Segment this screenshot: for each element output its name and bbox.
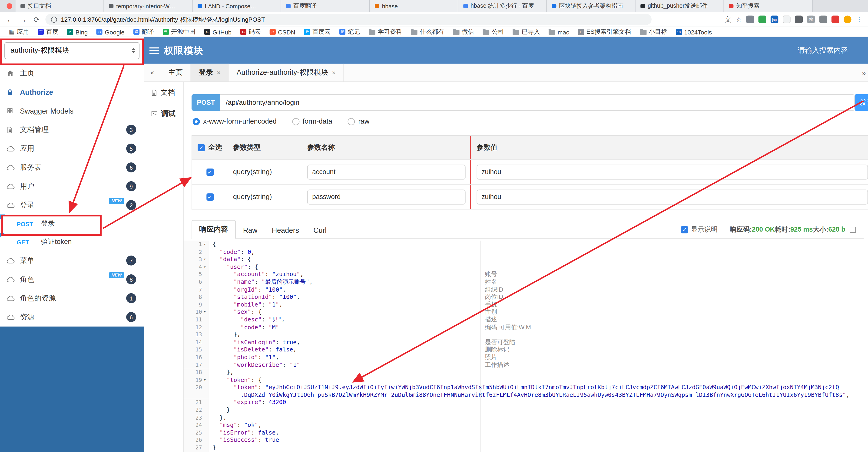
content-type-radio[interactable]: raw [348,117,369,125]
fold-caret-icon[interactable]: ▾ [202,256,208,263]
doc-nav-document[interactable]: 文档 [144,82,183,103]
bookmark-item[interactable]: 云百度云 [300,28,335,36]
bookmark-item[interactable]: 学习资料 [365,28,407,36]
sidebar-endpoint-get[interactable]: GET验证token [0,233,144,251]
translate-icon[interactable]: 文 [725,15,732,24]
bookmark-item[interactable]: 记笔记 [335,28,365,36]
fold-caret-icon[interactable]: ▾ [202,241,208,248]
bookmark-item[interactable]: 什么都有 [407,28,448,36]
bookmark-item[interactable]: EES搜索引擎文档 [574,28,635,36]
doc-nav-debug[interactable]: 调试 [144,103,183,124]
avatar[interactable] [844,16,851,23]
param-checkbox[interactable]: ✓ [206,193,213,200]
shield-extension-icon[interactable] [795,16,803,23]
sidebar-item[interactable]: 资源6 [0,308,144,327]
hamburger-icon[interactable] [150,47,159,57]
reload-icon[interactable]: ⟳ [32,15,41,24]
module-select[interactable]: authority-权限模块 [4,42,140,59]
bookmark-item[interactable]: 公司 [478,28,508,36]
bookmark-item[interactable]: 百百度 [33,28,63,36]
sidebar-item[interactable]: 文档管理3 [0,120,144,139]
bookmark-item[interactable]: 微信 [448,28,478,36]
bookmark-item[interactable]: 开开源中国 [158,28,200,36]
bookmark-item[interactable]: G码云 [236,28,265,36]
send-button[interactable]: 发送 [855,94,868,111]
param-name-input[interactable]: account [307,164,466,179]
response-tab-headers[interactable]: Headers [265,222,306,238]
line-number: 12 [191,323,202,331]
sitetool-extension-icon[interactable]: 站 [807,16,815,23]
close-tab-icon[interactable]: × [217,69,221,76]
red-extension-icon[interactable] [832,16,839,23]
kebab-menu-icon[interactable]: ⋮ [856,16,863,23]
tab-title: 接口文档 [28,2,51,10]
browser-tab[interactable]: hbase 统计多少行 - 百度 [458,0,547,12]
bookmark-item[interactable]: ▦应用 [4,28,33,36]
bookmark-star-icon[interactable]: ☆ [736,16,742,23]
sidebar-endpoint-post[interactable]: POST登录 [0,215,144,233]
bookmark-item[interactable]: 小目标 [635,28,671,36]
content-type-radio[interactable]: x-www-form-urlencoded [193,117,277,125]
sidebar-item[interactable]: 应用5 [0,139,144,158]
jsp-extension-icon[interactable]: jsp [771,16,778,23]
sidebar-item[interactable]: 用户9 [0,177,144,196]
bookmark-item[interactable]: GGoogle [92,29,129,35]
bookmark-item[interactable]: 101024Tools [671,29,716,35]
sidebar-item[interactable]: Authorize [0,83,144,102]
bookmark-item[interactable]: mac [545,29,574,35]
content-tab-label: Authorize-authority-权限模块 [237,68,328,78]
sidebar-item[interactable]: Swagger Models [0,102,144,120]
sidebar-item[interactable]: 服务表6 [0,158,144,177]
chrome-extension-icon[interactable] [758,16,766,23]
browser-tab[interactable]: temporary-interior-W… [104,0,193,12]
browser-tab[interactable]: 区块链接入参考架构指南 [547,0,636,12]
param-name-input[interactable]: password [307,189,466,204]
fold-caret-icon[interactable]: ▾ [202,263,208,271]
browser-tab[interactable]: hbase [370,0,458,12]
bookmark-item[interactable]: 已导入 [508,28,545,36]
bookmark-item[interactable]: 译翻译 [129,28,158,36]
select-all-checkbox[interactable]: ✓ [197,144,205,151]
content-type-radio[interactable]: form-data [292,117,333,125]
bookmark-item[interactable]: bBing [63,29,92,35]
search-input[interactable]: 请输入搜索内容 [798,37,848,64]
content-tab[interactable]: 登录× [191,64,229,82]
content-tab[interactable]: Authorize-authority-权限模块× [229,64,344,82]
fold-caret-icon[interactable]: ▾ [202,308,208,316]
bookmark-item[interactable]: GGitHub [200,29,236,35]
browser-tab[interactable]: 接口文档 [16,0,104,12]
param-checkbox[interactable]: ✓ [206,168,213,175]
address-bar[interactable]: i 127.0.0.1:8760/api/gate/doc.html#/auth… [45,14,652,25]
tabs-scroll-left-icon[interactable]: « [144,69,160,76]
line-number: 25 [191,429,202,436]
sidebar-item[interactable]: 角色NEW8 [0,270,144,289]
browser-tab[interactable]: github_pusher发送邮件 [636,0,724,12]
sidebar-item[interactable]: 主页 [0,64,144,83]
fold-caret-icon[interactable]: ▾ [202,376,208,384]
bookmark-item[interactable]: CCSDN [265,29,300,35]
tabs-scroll-right-icon[interactable]: » [862,64,866,82]
show-description-checkbox[interactable]: ✓ [681,226,688,233]
fullscreen-icon[interactable] [849,227,856,233]
sidebar-item[interactable]: 登录NEW2 [0,196,144,215]
sidebar-item[interactable]: 角色的资源1 [0,289,144,308]
forward-icon[interactable]: → [19,15,28,24]
close-tab-icon[interactable]: × [332,69,336,76]
browser-tab[interactable]: LAND - Compose… [193,0,281,12]
response-tab-raw[interactable]: Raw [236,222,265,238]
circle-extension-icon[interactable] [783,16,790,23]
browser-tab[interactable]: 知乎搜索 [724,0,813,12]
content-tab[interactable]: 主页 [161,64,191,82]
param-value-input[interactable]: zuihou [476,164,868,179]
param-value-input[interactable]: zuihou [476,189,868,204]
camera-extension-icon[interactable] [746,16,754,23]
window-close-button[interactable] [7,3,12,9]
browser-tab[interactable]: 百度翻译 [281,0,370,12]
sidebar-item[interactable]: 菜单7 [0,251,144,270]
response-tab-[interactable]: 响应内容 [191,220,236,239]
puzzle-extension-icon[interactable] [819,16,827,23]
response-tab-curl[interactable]: Curl [306,222,334,238]
page-info-icon[interactable]: i [51,16,57,22]
back-icon[interactable]: ← [6,15,14,24]
line-gutter: 10▾ [184,308,210,316]
